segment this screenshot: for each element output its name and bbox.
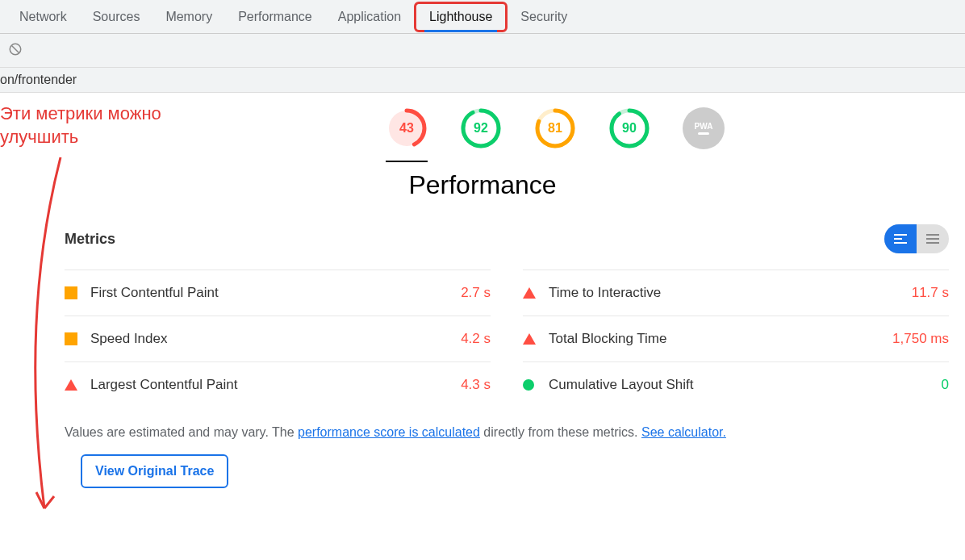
view-toggle	[884, 224, 949, 253]
metric-row[interactable]: Largest Contentful Paint4.3 s	[65, 361, 491, 407]
metric-label: Time to Interactive	[549, 285, 912, 301]
metric-row[interactable]: Time to Interactive11.7 s	[523, 270, 949, 316]
gauge-best-practices[interactable]: 81	[534, 107, 576, 162]
see-calculator-link[interactable]: See calculator.	[641, 425, 726, 439]
score-calc-link[interactable]: performance score is calculated	[298, 425, 480, 439]
circle-green-icon	[523, 378, 536, 391]
metric-row[interactable]: Cumulative Layout Shift0	[523, 361, 949, 407]
expand-view-button[interactable]	[917, 224, 949, 253]
view-original-trace-button[interactable]: View Original Trace	[81, 454, 228, 488]
metric-value: 4.2 s	[461, 331, 491, 347]
metric-label: Cumulative Layout Shift	[549, 377, 942, 393]
toolbar	[0, 34, 965, 68]
tab-security[interactable]: Security	[508, 2, 580, 32]
metrics-footnote: Values are estimated and may vary. The p…	[65, 425, 949, 440]
tab-lighthouse[interactable]: Lighthouse	[414, 2, 508, 32]
annotation-arrow-icon	[12, 153, 77, 512]
svg-line-1	[12, 45, 19, 52]
collapse-view-button[interactable]	[884, 224, 917, 253]
tab-sources[interactable]: Sources	[80, 2, 153, 32]
metric-value: 1,750 ms	[892, 331, 949, 347]
metric-value: 2.7 s	[461, 285, 491, 301]
tab-network[interactable]: Network	[6, 2, 80, 32]
tab-application[interactable]: Application	[325, 2, 414, 32]
metric-value: 0	[942, 377, 949, 393]
metric-row[interactable]: First Contentful Paint2.7 s	[65, 270, 491, 316]
gauge-performance[interactable]: 43	[386, 107, 428, 162]
triangle-red-icon	[523, 286, 536, 299]
tab-performance[interactable]: Performance	[225, 2, 325, 32]
metric-label: Total Blocking Time	[549, 331, 892, 347]
metric-row[interactable]: Speed Index4.2 s	[65, 316, 491, 361]
gauge-seo[interactable]: 90	[608, 107, 650, 162]
metric-row[interactable]: Total Blocking Time1,750 ms	[523, 316, 949, 361]
metric-label: Largest Contentful Paint	[90, 377, 461, 393]
gauge-pwa[interactable]: PWA	[683, 107, 725, 162]
annotation-text: Эти метрики можно улучшить	[0, 102, 178, 148]
score-gauges: 43 92 81 90 PWA	[161, 107, 949, 162]
metric-value: 11.7 s	[912, 285, 949, 301]
metric-value: 4.3 s	[461, 377, 491, 393]
section-title: Performance	[16, 170, 949, 200]
block-icon[interactable]	[8, 42, 23, 60]
metric-label: Speed Index	[90, 331, 461, 347]
tab-memory[interactable]: Memory	[152, 2, 225, 32]
url-bar: on/frontender	[0, 68, 965, 93]
triangle-red-icon	[523, 332, 536, 345]
gauge-accessibility[interactable]: 92	[460, 107, 502, 162]
metric-label: First Contentful Paint	[90, 285, 461, 301]
devtools-tabs: Network Sources Memory Performance Appli…	[0, 0, 965, 34]
